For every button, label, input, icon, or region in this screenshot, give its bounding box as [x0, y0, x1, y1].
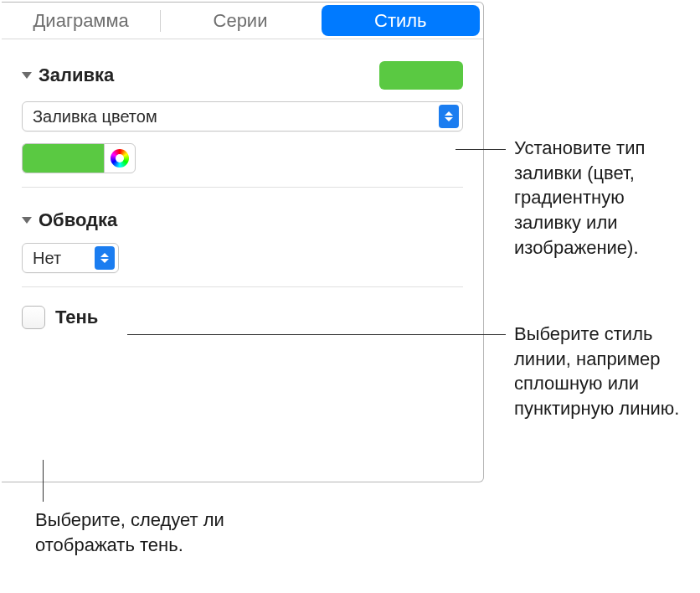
fill-header[interactable]: Заливка — [22, 53, 463, 101]
chevron-down-icon — [22, 217, 32, 224]
callout-stroke-text: Выберите стиль линии, например сплошную … — [514, 323, 679, 419]
stroke-style-popup[interactable]: Нет — [22, 243, 119, 273]
fill-section: Заливка Заливка цветом — [2, 39, 483, 187]
callout-shadow: Выберите, следует ли отображать тень. — [35, 508, 253, 557]
fill-type-value: Заливка цветом — [33, 107, 157, 126]
callout-stroke: Выберите стиль линии, например сплошную … — [514, 322, 693, 421]
tab-series-label: Серии — [214, 10, 268, 32]
shadow-checkbox[interactable] — [22, 306, 45, 329]
callout-leader — [127, 334, 506, 335]
callout-leader — [456, 149, 506, 150]
popup-arrows-icon — [95, 246, 115, 270]
color-picker-button[interactable] — [104, 143, 136, 173]
callout-leader — [43, 460, 44, 502]
shadow-label: Тень — [55, 307, 98, 328]
callout-fill: Установите тип заливки (цвет, градиентну… — [514, 136, 693, 260]
callout-shadow-text: Выберите, следует ли отображать тень. — [35, 509, 224, 555]
tab-style-label: Стиль — [374, 10, 427, 32]
tab-diagram-label: Диаграмма — [33, 10, 128, 32]
tab-diagram[interactable]: Диаграмма — [2, 3, 160, 39]
chevron-down-icon — [22, 72, 32, 79]
tab-series[interactable]: Серии — [161, 3, 319, 39]
tab-style[interactable]: Стиль — [322, 5, 480, 36]
shadow-row: Тень — [22, 301, 463, 329]
fill-color-well[interactable] — [22, 143, 104, 173]
style-inspector-panel: Диаграмма Серии Стиль Заливка Заливка цв… — [2, 2, 484, 482]
fill-title: Заливка — [39, 64, 114, 86]
fill-color-row — [22, 143, 463, 173]
fill-preview-swatch[interactable] — [379, 61, 463, 90]
color-wheel-icon — [111, 149, 129, 168]
fill-type-popup[interactable]: Заливка цветом — [22, 101, 463, 131]
popup-arrows-icon — [439, 105, 459, 128]
format-tabs: Диаграмма Серии Стиль — [2, 3, 483, 39]
callout-fill-text: Установите тип заливки (цвет, градиентну… — [514, 137, 645, 258]
stroke-title: Обводка — [39, 209, 117, 231]
stroke-header[interactable]: Обводка — [22, 201, 463, 243]
stroke-section: Обводка Нет — [22, 187, 463, 286]
stroke-style-value: Нет — [33, 249, 61, 268]
